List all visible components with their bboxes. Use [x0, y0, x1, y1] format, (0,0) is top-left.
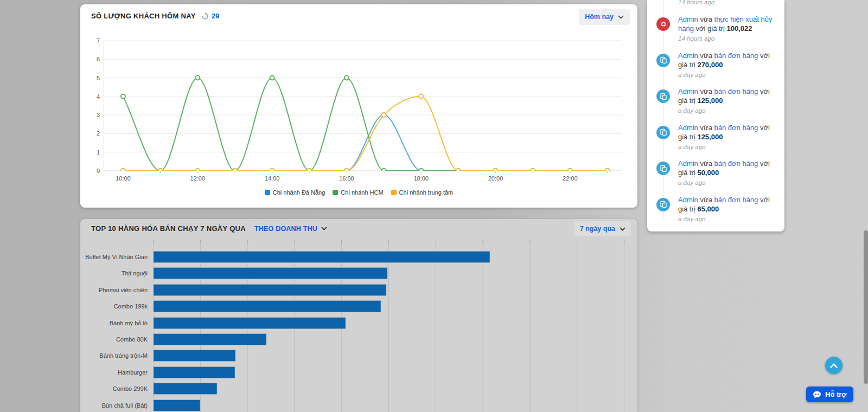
visitors-card-title: SỐ LƯỢNG KHÁCH HÔM NAY	[91, 12, 196, 20]
y-axis-tick-label: 2	[97, 130, 100, 137]
activity-action-link[interactable]: bán đơn hàng	[714, 52, 758, 60]
data-point-marker[interactable]	[121, 94, 125, 99]
y-axis-tick-label: 6	[97, 56, 100, 62]
bar-category-label: Bún chả full (Bát)	[102, 402, 148, 409]
top-products-bar-chart: Buffet Mỹ Vị Nhân GianThịt nguộiPhomai v…	[80, 239, 637, 412]
chart-legend: Chi nhánh Đà NẵngChi nhánh HCMChi nhánh …	[80, 189, 637, 196]
bar-category-label: Bánh tráng trộn-M	[99, 352, 148, 359]
visitors-line-chart: 0123456710:0012:0014:0016:0018:0020:0022…	[80, 35, 637, 197]
activity-actor-link[interactable]: Admin	[678, 87, 698, 95]
activity-amount: 65,000	[697, 205, 719, 213]
bar[interactable]	[154, 350, 235, 362]
x-axis-tick-label: 16:00	[339, 175, 354, 182]
period-selector-label: 7 ngày qua	[580, 225, 615, 233]
x-axis-tick-label: 10:00	[116, 175, 131, 182]
data-point-marker[interactable]	[270, 76, 275, 80]
x-axis-tick-label: 12:00	[190, 175, 206, 182]
order-icon	[656, 162, 670, 175]
data-point-marker[interactable]	[419, 94, 423, 99]
metric-selector[interactable]: THEO DOANH THU	[254, 225, 327, 233]
order-icon	[656, 198, 670, 211]
x-axis-tick-label: 18:00	[413, 175, 429, 182]
order-icon	[656, 126, 670, 139]
y-axis-tick-label: 5	[97, 75, 100, 81]
bar[interactable]	[154, 285, 386, 296]
support-label: Hỗ trợ	[825, 390, 847, 398]
refresh-icon[interactable]	[201, 12, 209, 20]
y-axis-tick-label: 1	[97, 149, 100, 156]
activity-time: a day ago	[678, 106, 780, 115]
bar[interactable]	[154, 334, 266, 345]
top-products-card: TOP 10 HÀNG HÓA BÁN CHẠY 7 NGÀY QUA THEO…	[80, 219, 637, 412]
activity-amount: 100,022	[726, 24, 752, 33]
chat-icon	[813, 391, 821, 398]
legend-item[interactable]: Chi nhánh Đà Nẵng	[265, 189, 326, 196]
bar-category-label: Bánh mỳ bỏ lò	[110, 320, 148, 326]
activity-actor-link[interactable]: Admin	[678, 159, 698, 168]
bar-category-label: Combo 199k	[114, 303, 148, 310]
activity-actor-link[interactable]: Admin	[678, 15, 698, 23]
legend-label: Chi nhánh trung tâm	[399, 189, 454, 196]
order-icon	[656, 54, 670, 67]
activity-action-link[interactable]: bán đơn hàng	[714, 196, 758, 204]
activity-action-link[interactable]: bán đơn hàng	[714, 87, 758, 95]
bar-category-label: Combo 80K	[116, 336, 148, 343]
support-button[interactable]: Hỗ trợ	[806, 387, 853, 402]
series-line	[123, 78, 608, 171]
bar[interactable]	[154, 252, 490, 263]
legend-swatch	[391, 190, 397, 195]
activity-action-link[interactable]: bán đơn hàng	[714, 159, 758, 168]
bar[interactable]	[154, 400, 200, 411]
x-axis-tick-label: 14:00	[265, 175, 280, 182]
activity-feed-card: 14 hours ago ♻Admin vừa thực hiện xuất h…	[647, 0, 784, 231]
top-products-title: TOP 10 HÀNG HÓA BÁN CHẠY 7 NGÀY QUA	[91, 224, 246, 233]
page-scrollbar-thumb[interactable]	[864, 230, 868, 384]
date-range-label: Hôm nay	[585, 13, 614, 21]
activity-amount: 125,000	[697, 96, 723, 105]
data-point-marker[interactable]	[382, 113, 386, 117]
date-range-selector[interactable]: Hôm nay	[579, 9, 630, 25]
activity-amount: 50,000	[697, 169, 719, 177]
activity-amount: 125,000	[697, 133, 723, 141]
bar-category-label: Hamburger	[118, 369, 148, 376]
activity-actor-link[interactable]: Admin	[678, 52, 698, 60]
bar-category-label: Buffet Mỹ Vị Nhân Gian	[85, 254, 148, 260]
chevron-down-icon	[618, 15, 624, 19]
activity-action-link[interactable]: bán đơn hàng	[714, 124, 758, 132]
bar[interactable]	[154, 367, 235, 378]
x-axis-tick-label: 20:00	[488, 175, 503, 182]
bar[interactable]	[154, 268, 387, 279]
y-axis-tick-label: 4	[97, 93, 100, 100]
activity-time: a day ago	[678, 215, 780, 224]
bar[interactable]	[154, 318, 346, 329]
top-products-header: TOP 10 HÀNG HÓA BÁN CHẠY 7 NGÀY QUA THEO…	[91, 224, 327, 233]
visitors-count: 29	[212, 12, 219, 20]
y-axis-tick-label: 0	[97, 168, 100, 174]
legend-swatch	[333, 190, 338, 195]
activity-time: a day ago	[678, 178, 780, 188]
legend-label: Chi nhánh HCM	[341, 189, 383, 196]
legend-swatch	[265, 190, 270, 195]
bar[interactable]	[154, 301, 381, 312]
activity-time: 14 hours ago	[678, 34, 780, 43]
order-icon	[656, 89, 670, 103]
legend-item[interactable]: Chi nhánh trung tâm	[391, 189, 454, 196]
chevron-up-icon	[830, 363, 838, 368]
y-axis-tick-label: 3	[97, 112, 100, 118]
activity-actor-link[interactable]: Admin	[678, 124, 698, 132]
period-selector[interactable]: 7 ngày qua	[575, 221, 631, 236]
activity-amount: 270,000	[697, 61, 723, 69]
legend-label: Chi nhánh Đà Nẵng	[273, 189, 326, 196]
scroll-to-top-button[interactable]	[825, 357, 843, 374]
data-point-marker[interactable]	[344, 76, 349, 80]
activity-time: 14 hours ago	[678, 0, 714, 5]
bar[interactable]	[154, 383, 217, 395]
y-axis-tick-label: 7	[97, 37, 100, 44]
data-point-marker[interactable]	[195, 76, 200, 80]
activity-actor-link[interactable]: Admin	[678, 196, 698, 204]
timeline-line	[663, 0, 663, 218]
destroy-icon: ♻	[656, 17, 670, 31]
metric-selector-label: THEO DOANH THU	[254, 225, 317, 233]
visitors-today-card: SỐ LƯỢNG KHÁCH HÔM NAY 29 Hôm nay 012345…	[80, 4, 637, 208]
legend-item[interactable]: Chi nhánh HCM	[333, 189, 383, 196]
